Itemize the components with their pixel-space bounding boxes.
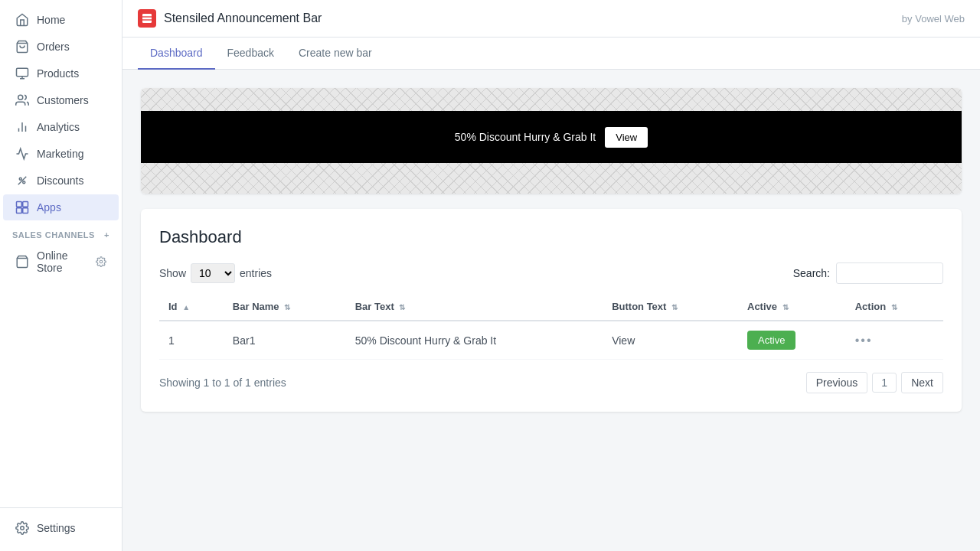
tab-feedback[interactable]: Feedback [215, 37, 286, 70]
sidebar-item-orders[interactable]: Orders [3, 34, 119, 60]
app-title: Stensiled Announcement Bar [164, 11, 322, 25]
sort-button-text-icon: ⇅ [671, 303, 678, 311]
sidebar-item-marketing[interactable]: Marketing [3, 141, 119, 167]
svg-rect-1 [17, 68, 28, 77]
sidebar-item-settings[interactable]: Settings [3, 515, 119, 541]
orders-icon [15, 40, 29, 54]
page-content: 50% Discount Hurry & Grab It View Dashbo… [122, 70, 980, 551]
svg-point-17 [21, 527, 24, 530]
current-page: 1 [872, 373, 897, 393]
svg-point-8 [19, 178, 21, 180]
app-byline: by Vowel Web [902, 13, 965, 24]
settings-label: Settings [37, 522, 76, 534]
sidebar-item-home[interactable]: Home [3, 7, 119, 33]
sidebar-item-label: Products [37, 67, 79, 80]
entries-select[interactable]: 10 25 50 100 [191, 263, 235, 283]
bars-table: Id ▲ Bar Name ⇅ Bar Text ⇅ Button Text [159, 293, 943, 360]
svg-rect-12 [23, 202, 28, 207]
add-sales-channel-button[interactable]: + [104, 230, 109, 240]
active-badge: Active [747, 331, 795, 350]
show-label: Show [159, 267, 186, 279]
cell-bar-text: 50% Discount Hurry & Grab It [346, 321, 603, 360]
col-bar-name[interactable]: Bar Name ⇅ [224, 293, 346, 321]
main-area: Stensiled Announcement Bar by Vowel Web … [122, 0, 980, 551]
customers-icon [15, 93, 29, 107]
sidebar-item-discounts[interactable]: Discounts [3, 168, 119, 194]
svg-point-9 [23, 181, 25, 184]
sort-bar-text-icon: ⇅ [399, 303, 405, 311]
svg-rect-13 [17, 208, 22, 214]
previous-button[interactable]: Previous [806, 372, 867, 393]
sidebar-item-label: Discounts [37, 174, 83, 187]
marketing-icon [15, 147, 29, 161]
app-logo [138, 9, 156, 28]
col-action[interactable]: Action ⇅ [846, 293, 943, 321]
online-store-settings-icon[interactable] [96, 256, 106, 267]
svg-point-16 [100, 260, 103, 263]
home-icon [15, 13, 29, 27]
sidebar: Home Orders Products Customers [0, 0, 122, 551]
cell-action[interactable]: ••• [846, 321, 943, 360]
preview-top-pattern [141, 88, 962, 111]
products-icon [15, 67, 29, 80]
preview-bottom-pattern [141, 163, 962, 194]
dashboard-title: Dashboard [159, 227, 943, 247]
sort-action-icon: ⇅ [891, 303, 897, 311]
sidebar-item-label: Home [37, 14, 65, 26]
tab-create-new-bar[interactable]: Create new bar [286, 37, 384, 70]
sidebar-item-label: Online Store [37, 249, 88, 274]
sidebar-item-customers[interactable]: Customers [3, 87, 119, 113]
search-control: Search: [793, 262, 943, 284]
entries-label: entries [240, 267, 272, 279]
search-label: Search: [793, 267, 830, 279]
settings-icon [15, 521, 29, 535]
svg-point-4 [18, 95, 23, 99]
sort-bar-name-icon: ⇅ [284, 303, 290, 311]
search-input[interactable] [836, 262, 943, 284]
svg-rect-14 [23, 208, 28, 214]
next-button[interactable]: Next [901, 372, 943, 393]
discounts-icon [15, 174, 29, 187]
cell-active: Active [738, 321, 846, 360]
bar-view-button[interactable]: View [605, 127, 648, 148]
cell-button-text: View [603, 321, 738, 360]
sidebar-item-label: Apps [37, 201, 61, 214]
pagination: Showing 1 to 1 of 1 entries Previous 1 N… [159, 372, 943, 393]
cell-id: 1 [159, 321, 224, 360]
analytics-icon [15, 120, 29, 134]
sidebar-item-analytics[interactable]: Analytics [3, 114, 119, 140]
table-row: 1 Bar1 50% Discount Hurry & Grab It View… [159, 321, 943, 360]
tab-dashboard[interactable]: Dashboard [138, 37, 215, 70]
apps-icon [15, 201, 29, 214]
col-id[interactable]: Id ▲ [159, 293, 224, 321]
action-menu-button[interactable]: ••• [855, 334, 873, 347]
sidebar-bottom: Settings [0, 507, 122, 551]
showing-text: Showing 1 to 1 of 1 entries [159, 377, 286, 389]
show-entries-control: Show 10 25 50 100 entries [159, 263, 272, 283]
sidebar-item-label: Customers [37, 94, 89, 106]
col-button-text[interactable]: Button Text ⇅ [603, 293, 738, 321]
sidebar-item-online-store[interactable]: Online Store [3, 243, 119, 280]
app-header-left: Stensiled Announcement Bar [138, 9, 322, 28]
sort-active-icon: ⇅ [782, 303, 789, 311]
online-store-icon [15, 255, 29, 269]
sort-id-icon: ▲ [182, 303, 190, 311]
sidebar-item-label: Analytics [37, 121, 80, 133]
sales-channels-section: SALES CHANNELS + [0, 221, 122, 243]
sidebar-item-label: Marketing [37, 148, 83, 160]
svg-rect-18 [142, 14, 152, 23]
sidebar-nav: Home Orders Products Customers [0, 0, 122, 507]
col-bar-text[interactable]: Bar Text ⇅ [346, 293, 603, 321]
svg-rect-11 [17, 202, 22, 207]
table-header: Id ▲ Bar Name ⇅ Bar Text ⇅ Button Text [159, 293, 943, 321]
dashboard-card: Dashboard Show 10 25 50 100 entries Sear… [141, 209, 962, 412]
sidebar-item-products[interactable]: Products [3, 60, 119, 86]
sidebar-item-label: Orders [37, 41, 70, 53]
bar-text: 50% Discount Hurry & Grab It [455, 131, 596, 143]
sidebar-item-apps[interactable]: Apps [3, 194, 119, 220]
cell-bar-name: Bar1 [224, 321, 346, 360]
announcement-bar: 50% Discount Hurry & Grab It View [141, 111, 962, 163]
table-body: 1 Bar1 50% Discount Hurry & Grab It View… [159, 321, 943, 360]
app-header: Stensiled Announcement Bar by Vowel Web [122, 0, 980, 37]
col-active[interactable]: Active ⇅ [738, 293, 846, 321]
